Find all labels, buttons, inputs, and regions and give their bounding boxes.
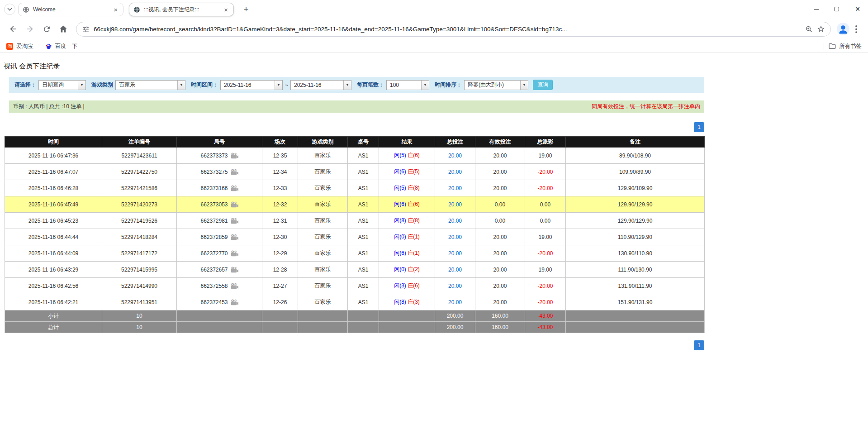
- cell-session: 12-29: [262, 245, 298, 262]
- table-header: 时间 注单编号 局号 场次 游戏类别 桌号 结果 总投注 有效投注 总派彩 备注: [5, 137, 705, 148]
- tab-welcome[interactable]: Welcome ×: [18, 3, 123, 16]
- empty-cell: [566, 310, 705, 322]
- cell-game-type: 百家乐: [298, 213, 348, 229]
- total-bet-link[interactable]: 20.00: [448, 218, 462, 224]
- cell-valid-bet: 20.00: [475, 278, 525, 294]
- empty-cell: [298, 322, 348, 333]
- total-bet-link[interactable]: 20.00: [448, 299, 462, 305]
- cell-round-id: 662372657: [177, 262, 262, 278]
- forward-button[interactable]: [22, 21, 38, 37]
- video-replay-icon[interactable]: [231, 218, 238, 224]
- url-text[interactable]: 66cxkj98.com/game/betrecord_search/kind3…: [94, 26, 801, 33]
- close-button[interactable]: ✕: [847, 0, 868, 18]
- video-replay-icon[interactable]: [231, 185, 238, 191]
- reload-button[interactable]: [39, 21, 54, 37]
- cell-remark: 109.90/89.90: [566, 164, 705, 180]
- total-bet-link[interactable]: 20.00: [448, 283, 462, 289]
- tab-close-icon[interactable]: ×: [223, 6, 229, 14]
- new-tab-button[interactable]: +: [240, 4, 252, 15]
- back-button[interactable]: [5, 21, 21, 37]
- taobao-icon: 淘: [6, 43, 13, 50]
- cell-bet-id: 522971421586: [102, 180, 177, 196]
- tab-search-button[interactable]: [4, 4, 15, 15]
- tab-record[interactable]: :::视讯, 会员下注纪录::: ×: [129, 3, 234, 16]
- chevron-down-icon[interactable]: ▼: [78, 81, 85, 90]
- total-bet-link[interactable]: 20.00: [448, 201, 462, 208]
- table-row: 2025-11-16 06:47:36 522971423611 6623733…: [5, 148, 705, 164]
- video-replay-icon[interactable]: [231, 234, 238, 240]
- chevron-down-icon[interactable]: ▼: [421, 81, 429, 90]
- total-bet-link[interactable]: 20.00: [448, 267, 462, 273]
- round-id-text: 662373053: [200, 201, 228, 208]
- home-button[interactable]: [56, 21, 71, 37]
- browser-menu-button[interactable]: [851, 25, 862, 33]
- total-valid-bet: 160.00: [475, 322, 525, 333]
- cell-result: 闲(5) 庄(6): [379, 148, 435, 164]
- zoom-icon[interactable]: [805, 25, 813, 33]
- cell-bet-id: 522971414990: [102, 278, 177, 294]
- chevron-down-icon[interactable]: ▼: [177, 81, 185, 90]
- all-bookmarks-label: 所有书签: [839, 43, 862, 50]
- page-content: 视讯 会员下注纪录 请选择： 日期查询 ▼ 游戏类别 百家乐 ▼ 时间区间： 2…: [0, 53, 868, 350]
- cell-payout: 0.00: [525, 213, 566, 229]
- table-body: 2025-11-16 06:47:36 522971423611 6623733…: [5, 148, 705, 310]
- bookmark-baidu[interactable]: 百度一下: [45, 43, 78, 50]
- all-bookmarks-button[interactable]: 所有书签: [829, 43, 862, 50]
- subtotal-valid-bet: 160.00: [475, 310, 525, 322]
- cell-total-bet: 20.00: [435, 294, 475, 310]
- cell-round-id: 662372859: [177, 229, 262, 245]
- cell-round-id: 662373373: [177, 148, 262, 164]
- round-id-text: 662373275: [200, 169, 228, 175]
- player-result: 闲(0): [394, 266, 406, 272]
- cell-table-no: AS1: [348, 245, 379, 262]
- total-bet-link[interactable]: 20.00: [448, 250, 462, 257]
- search-button[interactable]: 查询: [533, 80, 553, 90]
- cell-table-no: AS1: [348, 180, 379, 196]
- sort-select[interactable]: 降幂(由大到小) ▼: [464, 80, 528, 90]
- banker-result: 庄(1): [408, 250, 420, 256]
- cell-time: 2025-11-16 06:43:29: [5, 262, 102, 278]
- cell-time: 2025-11-16 06:47:36: [5, 148, 102, 164]
- pagination-top: 1: [5, 122, 704, 132]
- url-bar[interactable]: 66cxkj98.com/game/betrecord_search/kind3…: [76, 22, 831, 37]
- video-replay-icon[interactable]: [231, 299, 238, 305]
- chevron-down-icon[interactable]: ▼: [275, 81, 282, 90]
- chevron-down-icon[interactable]: ▼: [520, 81, 528, 90]
- bookmark-taobao[interactable]: 淘 爱淘宝: [6, 43, 33, 50]
- total-bet-link[interactable]: 20.00: [448, 153, 462, 159]
- game-type-select[interactable]: 百家乐 ▼: [115, 80, 185, 90]
- cell-payout: 19.00: [525, 148, 566, 164]
- page-number-button[interactable]: 1: [694, 122, 704, 132]
- total-bet-link[interactable]: 20.00: [448, 185, 462, 191]
- video-replay-icon[interactable]: [231, 267, 238, 273]
- profile-avatar[interactable]: [837, 23, 849, 35]
- cell-bet-id: 522971419526: [102, 213, 177, 229]
- page-number-button[interactable]: 1: [694, 340, 704, 350]
- minimize-button[interactable]: [806, 0, 826, 18]
- date-start-select[interactable]: 2025-11-16 ▼: [220, 80, 283, 90]
- video-replay-icon[interactable]: [231, 169, 238, 175]
- sort-label: 时间排序：: [435, 81, 462, 89]
- cell-game-type: 百家乐: [298, 262, 348, 278]
- cell-payout: 19.00: [525, 262, 566, 278]
- cell-bet-id: 522971420273: [102, 196, 177, 213]
- video-replay-icon[interactable]: [231, 201, 238, 208]
- maximize-button[interactable]: [826, 0, 847, 18]
- page-size-select[interactable]: 100 ▼: [386, 80, 429, 90]
- total-count: 10: [102, 322, 177, 333]
- query-type-select[interactable]: 日期查询 ▼: [38, 80, 86, 90]
- col-header-remark: 备注: [566, 137, 705, 148]
- total-row: 总计 10 200.00 160.00 -43.00: [5, 322, 705, 333]
- cell-table-no: AS1: [348, 164, 379, 180]
- video-replay-icon[interactable]: [231, 283, 238, 289]
- site-favicon-icon: [133, 6, 140, 13]
- date-end-select[interactable]: 2025-11-16 ▼: [290, 80, 351, 90]
- chevron-down-icon[interactable]: ▼: [343, 81, 351, 90]
- bookmark-star-icon[interactable]: [817, 25, 825, 33]
- cell-payout: -20.00: [525, 294, 566, 310]
- total-bet-link[interactable]: 20.00: [448, 169, 462, 175]
- total-bet-link[interactable]: 20.00: [448, 234, 462, 240]
- tab-close-icon[interactable]: ×: [112, 6, 119, 14]
- video-replay-icon[interactable]: [231, 153, 238, 159]
- video-replay-icon[interactable]: [231, 250, 238, 257]
